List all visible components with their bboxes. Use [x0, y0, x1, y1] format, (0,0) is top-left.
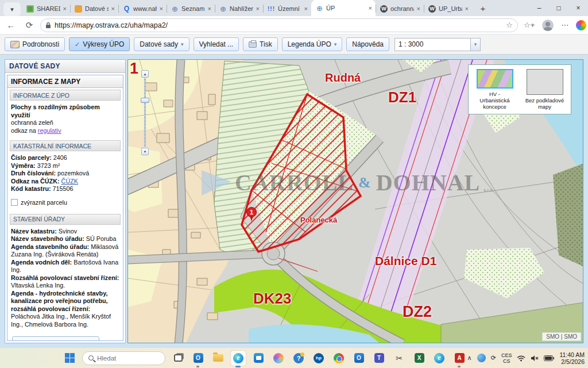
close-icon[interactable]: ×: [208, 5, 211, 12]
outlook-classic-button[interactable]: O: [351, 351, 366, 366]
scale-combobox[interactable]: 1 : 3000 ▾: [394, 38, 481, 51]
map-attribution: SMO | SMO: [542, 332, 581, 341]
basemap-option-bez-podkladu[interactable]: Bez podkladové mapy: [524, 69, 565, 110]
sidebar-title: DATOVÉ SADY: [5, 60, 125, 73]
taskbar-search[interactable]: [82, 351, 165, 365]
hp-button[interactable]: hp: [311, 351, 326, 366]
legenda-upo-button[interactable]: Legenda ÚPO ▾: [282, 37, 343, 51]
vykresy-upo-button[interactable]: ✓ Výkresy ÚPO: [69, 37, 130, 51]
zoom-out-button[interactable]: ▾: [141, 148, 149, 155]
map-canvas[interactable]: 1 ▴ ▾ 1 Rudná DZ1 Dálnice D1 DZ2 DK23 Po…: [127, 59, 583, 343]
main-content: DATOVÉ SADY INFORMACE Z MAPY INFORMACE Z…: [0, 55, 588, 348]
basemap-thumbnail-selected[interactable]: [477, 69, 513, 89]
regulativ-link[interactable]: regulativ: [38, 127, 61, 134]
tab-up-active[interactable]: ⊕ ÚP ×: [311, 0, 376, 16]
tab-nahlizeni-do-katastru[interactable]: ⊕ Nahlížení do k ×: [215, 1, 263, 16]
tab-shared-list[interactable]: SHARED LIST ×: [22, 1, 70, 16]
close-window-button[interactable]: ×: [568, 0, 588, 16]
tray-chevron-icon[interactable]: ∧: [467, 354, 472, 362]
wifi-icon[interactable]: [517, 355, 525, 362]
zoom-slider[interactable]: ▴ ▾: [141, 70, 149, 155]
podrobnosti-button[interactable]: Podrobnosti: [5, 37, 65, 51]
browser-menu-icon[interactable]: ⋯: [561, 21, 568, 29]
close-icon[interactable]: ×: [417, 5, 420, 12]
tab-uzemni-plan[interactable]: !!! Územní plán ×: [263, 1, 311, 16]
task-view-button[interactable]: [171, 351, 185, 366]
tab-ochranna-zelen[interactable]: W ochranna_zele ×: [376, 1, 424, 16]
acrobat-button[interactable]: A: [452, 351, 467, 366]
collections-icon[interactable]: ☆+: [524, 21, 535, 29]
language-indicator[interactable]: CES CS: [501, 352, 512, 364]
vyhledat-button[interactable]: Vyhledat ...: [194, 37, 239, 51]
minimize-button[interactable]: –: [529, 0, 549, 16]
teams-button[interactable]: T: [372, 351, 386, 366]
datove-sady-button[interactable]: Datové sady ▾: [134, 37, 189, 51]
edge-button-active[interactable]: e: [231, 351, 246, 366]
close-icon[interactable]: ×: [63, 5, 67, 12]
basemap-option-urbanisticka[interactable]: HV - Urbanistická koncepce: [474, 69, 515, 110]
profile-avatar[interactable]: [542, 20, 554, 31]
refresh-button[interactable]: ⟳: [22, 18, 37, 33]
edge-secondary-button[interactable]: e: [432, 351, 447, 366]
datove-sady-sidebar: DATOVÉ SADY INFORMACE Z MAPY INFORMACE Z…: [5, 59, 126, 343]
napoveda-button[interactable]: Nápověda: [346, 37, 389, 51]
lock-icon: [45, 22, 51, 29]
basemap-picker: HV - Urbanistická koncepce Bez podkladov…: [468, 64, 571, 114]
close-icon[interactable]: ×: [465, 5, 469, 12]
zoom-in-button[interactable]: ▴: [141, 70, 149, 78]
tray-teams-icon[interactable]: [477, 354, 486, 362]
snipping-tool-button[interactable]: ✂: [392, 351, 407, 366]
store-icon: [254, 353, 264, 363]
zvyraznit-parcelu-checkbox[interactable]: [11, 199, 18, 206]
battery-icon[interactable]: [544, 355, 554, 361]
tab-seznam-nemovitosti[interactable]: ⊕ Seznam nemo ×: [167, 1, 215, 16]
chrome-button[interactable]: [331, 351, 346, 366]
list-icon: [26, 5, 34, 13]
outlook-button[interactable]: O: [191, 351, 206, 366]
taskbar-clock[interactable]: 11:40 AM 2/5/2026: [559, 351, 585, 365]
tab-up-urbanismus[interactable]: W UP_Urbanism ×: [424, 1, 472, 16]
zoom-slider-track[interactable]: [144, 79, 146, 147]
close-icon[interactable]: ×: [304, 5, 308, 12]
edge-icon: e: [434, 353, 444, 363]
close-icon[interactable]: ×: [369, 5, 372, 12]
check-icon: ✓: [75, 41, 80, 48]
tray-sync-icon[interactable]: ⟳: [491, 354, 496, 362]
copilot-icon[interactable]: [576, 20, 586, 30]
upo-info-text: Plochy s rozdílným způsobem využití ochr…: [10, 101, 121, 137]
volume-muted-icon[interactable]: [531, 355, 539, 362]
search-input[interactable]: [97, 355, 154, 362]
globe-icon: ⊕: [171, 5, 179, 13]
new-tab-button[interactable]: +: [475, 1, 490, 15]
map-thumbnail-icon: [10, 41, 20, 48]
excel-icon: X: [415, 353, 424, 363]
tab-nahlizeni[interactable]: Q www.nahlizen ×: [118, 1, 167, 16]
tab-datove-schranky[interactable]: Datové schrán ×: [70, 1, 118, 16]
cuzk-link[interactable]: ČÚZK: [61, 178, 78, 185]
windows-logo-icon: [65, 353, 75, 363]
close-icon[interactable]: ×: [111, 5, 115, 12]
chevron-down-icon: ▾: [181, 41, 184, 47]
tab-search-chevron-icon[interactable]: ▾: [3, 2, 21, 16]
chevron-down-icon[interactable]: ▾: [470, 39, 480, 51]
window-controls: – □ ×: [529, 0, 588, 16]
help-button[interactable]: ?: [291, 351, 306, 366]
smazat-informace-button[interactable]: Smazat informace z mapy: [12, 336, 99, 340]
excel-button[interactable]: X: [412, 351, 427, 366]
url-field[interactable]: https://mapy.ostrava.cz/uha/mapa2/ ☆: [40, 18, 518, 32]
microsoft-store-button[interactable]: [251, 351, 266, 366]
panel-title: INFORMACE Z MAPY: [7, 75, 123, 88]
back-button[interactable]: ←: [3, 18, 18, 33]
close-icon[interactable]: ×: [256, 5, 260, 12]
favorite-star-icon[interactable]: ☆: [506, 21, 513, 29]
tisk-button[interactable]: Tisk: [243, 37, 278, 51]
file-explorer-button[interactable]: [211, 351, 226, 366]
map-marker-1[interactable]: 1: [246, 207, 257, 222]
zoom-slider-handle[interactable]: [141, 98, 149, 103]
basemap-thumbnail-blank[interactable]: [527, 69, 563, 95]
hp-icon: hp: [314, 353, 324, 363]
maximize-button[interactable]: □: [549, 0, 568, 16]
close-icon[interactable]: ×: [160, 5, 163, 12]
copilot-button[interactable]: [271, 351, 286, 366]
start-button[interactable]: [62, 351, 77, 366]
